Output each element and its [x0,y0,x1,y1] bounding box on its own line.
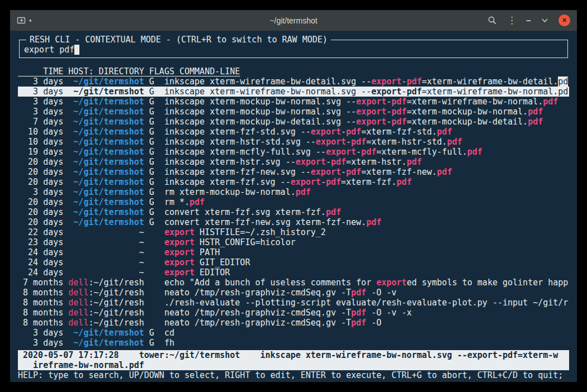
history-row[interactable]: 8 months dell:~/git/resh neato /tmp/resh… [18,288,569,298]
time-cell: 20 days [18,177,63,187]
host-cell: ~ [63,267,144,278]
time-cell: 20 days [18,207,63,217]
host-cell: dell:~/git/resh [63,318,144,328]
flags-cell: G [144,127,164,137]
command-cell: rm xterm-mockup-bw-normal.pdf [164,187,311,197]
history-row[interactable]: 23 days ~ export HSTR_CONFIG=hicolor [18,237,569,247]
minimize-button[interactable]: – [526,16,531,26]
host-cell: dell:~/git/resh [63,278,144,288]
flags-cell: G [144,147,164,157]
history-row[interactable]: 20 days ~/git/termshot G rm *.pdf [18,197,569,207]
history-row[interactable]: 24 days ~ export EDITOR [18,267,569,278]
history-row[interactable]: 20 days ~/git/termshot G inkscape xterm-… [18,177,569,187]
restore-button[interactable] [541,17,549,24]
mode-title: RESH CLI - CONTEXTUAL MODE - (CTRL+R to … [26,35,331,45]
flags-cell: G [144,197,164,207]
history-row-selected[interactable]: 3 days ~/git/termshot G inkscape xterm-w… [18,87,569,97]
history-row[interactable]: 22 days ~ export HISTFILE=~/.zsh_history… [18,227,569,237]
history-row[interactable]: 8 months dell:~/git/resh neato /tmp/resh… [18,318,569,328]
time-cell: 20 days [18,167,63,177]
history-row[interactable]: 8 months dell:~/git/resh ./resh-evaluate… [18,298,569,308]
time-cell: 22 days [18,227,63,237]
flags-cell: G [144,217,164,227]
time-cell: 24 days [18,257,63,267]
time-cell: 3 days [18,187,63,197]
history-row[interactable]: 10 days ~/git/termshot G inkscape xterm-… [18,127,569,137]
host-cell: ~/git/termshot [63,147,144,157]
history-row[interactable]: 24 days ~ export GIT_EDITOR [18,257,569,267]
time-cell: 3 days [18,328,63,338]
command-cell: convert xterm-fzf-new.svg xterm-fzf-new.… [164,217,381,227]
command-cell: export HSTR_CONFIG=hicolor [164,237,296,247]
history-row[interactable]: 10 days ~/git/termshot G inkscape xterm-… [18,137,569,147]
command-cell: inkscape xterm-fzf.svg --export-pdf=xter… [164,177,412,187]
flags-cell: G [144,177,164,187]
history-row[interactable]: 8 months dell:~/git/resh neato /tmp/resh… [18,308,569,318]
flags-cell: G [144,117,164,127]
history-row[interactable]: 19 days ~/git/termshot G inkscape xterm-… [18,147,569,157]
search-button[interactable] [487,16,497,25]
command-cell: fh [164,338,174,348]
command-cell: export PATH [164,247,220,257]
history-row[interactable]: 20 days ~/git/termshot G inkscape xterm-… [18,157,569,167]
host-cell: ~/git/termshot [63,117,144,127]
host-cell: ~/git/termshot [63,197,144,207]
time-cell: 8 months [18,318,63,328]
history-row[interactable]: 7 days ~/git/termshot G inkscape xterm-m… [18,117,569,127]
host-cell: ~/git/termshot [63,157,144,167]
host-cell: ~ [63,247,144,257]
time-cell: 8 months [18,288,63,298]
host-cell: ~/git/termshot [63,77,144,87]
command-cell: export GIT_EDITOR [164,257,250,267]
time-cell: 8 months [18,298,63,308]
history-row[interactable]: 3 days ~/git/termshot G cd [18,328,569,338]
host-cell: ~ [63,257,144,267]
command-cell: echo "Add a bunch of useless comments fo… [164,278,568,288]
command-cell: convert xterm-fzf.svg xterm-fzf.pdf [164,207,341,217]
command-cell: inkscape xterm-fzf-std.svg --export-pdf=… [164,127,452,137]
flags-cell [144,288,164,298]
history-row[interactable]: 3 days ~/git/termshot G inkscape xterm-m… [18,97,569,107]
chevron-down-icon: ▾ [29,18,32,23]
search-input[interactable]: export pdf [24,45,563,55]
history-row[interactable]: 20 days ~/git/termshot G inkscape xterm-… [18,167,569,177]
new-tab-button[interactable]: ▾ [17,16,32,25]
history-row[interactable]: 3 days ~/git/termshot G fh [18,338,569,348]
history-row[interactable]: 3 days ~/git/termshot G inkscape xterm-m… [18,107,569,117]
host-cell: dell:~/git/resh [63,298,144,308]
host-cell: dell:~/git/resh [63,308,144,318]
history-row[interactable]: 20 days ~/git/termshot G convert xterm-f… [18,217,569,227]
search-query-text: export pdf [24,45,74,55]
close-button[interactable]: ✕ [558,15,570,26]
history-row[interactable]: 3 days ~/git/termshot G inkscape xterm-w… [18,77,569,87]
flags-cell [144,318,164,328]
flags-cell: G [144,137,164,147]
host-cell: ~ [63,227,144,237]
command-cell: inkscape xterm-mockup-bw-normal.svg --ex… [164,97,558,107]
flags-cell: G [144,207,164,217]
host-cell: ~/git/termshot [63,328,144,338]
history-row[interactable]: 24 days ~ export PATH [18,247,569,257]
command-cell: inkscape xterm-hstr-std.svg --export-pdf… [164,137,462,147]
time-cell: 3 days [18,87,63,97]
time-cell: 10 days [18,137,63,147]
search-box: RESH CLI - CONTEXTUAL MODE - (CTRL+R to … [19,40,568,58]
command-cell: export EDITOR [164,267,230,278]
terminal-content: RESH CLI - CONTEXTUAL MODE - (CTRL+R to … [10,31,577,382]
close-button-circle: ✕ [558,15,570,26]
history-row[interactable]: 7 months dell:~/git/resh echo "Add a bun… [18,278,569,288]
text-cursor [74,45,79,55]
history-row[interactable]: 3 days ~/git/termshot G rm xterm-mockup-… [18,187,569,197]
command-cell: neato /tmp/resh-graphviz-cmdSeq.gv -Tpdf… [164,288,396,298]
history-row[interactable]: 20 days ~/git/termshot G convert xterm-f… [18,207,569,217]
menu-button[interactable]: ⋮ [507,16,517,25]
command-cell: inkscape xterm-hstr.svg --export-pdf=xte… [164,157,422,167]
flags-cell: G [144,77,164,87]
flags-cell: G [144,107,164,117]
history-rows: 3 days ~/git/termshot G inkscape xterm-w… [18,77,569,348]
time-cell: 10 days [18,127,63,137]
flags-cell: G [144,157,164,167]
flags-cell [144,308,164,318]
time-cell: 24 days [18,267,63,278]
command-cell: inkscape xterm-fzf-new.svg --export-pdf=… [164,167,452,177]
